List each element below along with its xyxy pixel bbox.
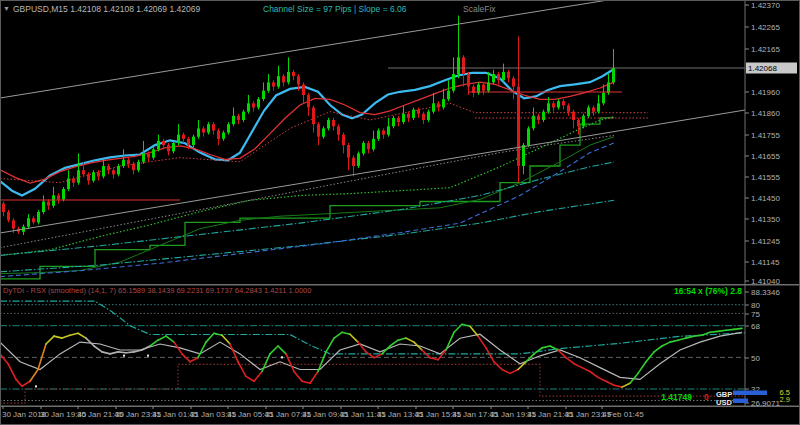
rsx-line-segment bbox=[710, 331, 718, 332]
rsx-line-segment bbox=[118, 352, 126, 353]
candle-body bbox=[337, 126, 340, 134]
candle-body bbox=[82, 170, 85, 174]
candle-body bbox=[202, 128, 205, 132]
price-axis-label: 1.41350 bbox=[751, 215, 780, 224]
candle-body bbox=[372, 139, 375, 150]
candle-body bbox=[547, 103, 550, 111]
candle-body bbox=[32, 218, 35, 222]
rsx-line-segment bbox=[126, 352, 134, 353]
candle-body bbox=[47, 202, 50, 206]
candle-body bbox=[297, 76, 300, 84]
candle-body bbox=[162, 141, 165, 145]
candle-body bbox=[57, 195, 60, 199]
candle-body bbox=[442, 99, 445, 107]
candle-body bbox=[397, 118, 400, 122]
gbp-strength-bar bbox=[733, 391, 767, 396]
channel-info-label: Channel Size = 97 Pips | Slope = 6.06 bbox=[263, 4, 407, 14]
usd-label: USD bbox=[716, 398, 732, 407]
candle-body bbox=[317, 124, 320, 137]
candle-body bbox=[347, 145, 350, 158]
candle-body bbox=[72, 179, 75, 183]
candle-body bbox=[502, 72, 505, 80]
candle-body bbox=[177, 135, 180, 143]
indicator-name-label: DyTDi - RSX (smoothed) (14,1, 7) 65.1589… bbox=[3, 286, 311, 295]
candle-body bbox=[612, 68, 615, 82]
bid-price-tag: 1.42068 bbox=[746, 63, 797, 74]
last-price-value: 1.41749 bbox=[661, 392, 692, 402]
price-axis-label: 1.41860 bbox=[751, 109, 780, 118]
candle-body bbox=[2, 204, 5, 212]
price-axis-label: 1.41245 bbox=[751, 237, 780, 246]
candle-body bbox=[582, 116, 585, 127]
candle-body bbox=[182, 135, 185, 139]
candle-body bbox=[357, 153, 360, 166]
mt4-chart-window: 1.423701.422651.421651.419601.418601.417… bbox=[0, 0, 800, 425]
candle-body bbox=[307, 95, 310, 108]
candle-body bbox=[257, 99, 260, 107]
price-axis-label: 1.41145 bbox=[751, 258, 780, 267]
time-axis-divider bbox=[0, 406, 800, 408]
candle-body bbox=[492, 74, 495, 82]
candle-body bbox=[467, 74, 470, 87]
candle-body bbox=[382, 131, 385, 135]
candle-body bbox=[172, 143, 175, 151]
candle-body bbox=[367, 143, 370, 149]
candle-body bbox=[387, 126, 390, 134]
candle-body bbox=[407, 114, 410, 118]
candle-body bbox=[592, 108, 595, 112]
price-axis-label: 1.42265 bbox=[751, 23, 780, 32]
rsx-line-segment bbox=[718, 330, 726, 331]
candle-body bbox=[332, 120, 335, 126]
candle-body bbox=[587, 108, 590, 116]
price-axis-label: 1.41555 bbox=[751, 173, 780, 182]
price-axis-label: 1.42370 bbox=[751, 1, 780, 10]
candle-body bbox=[272, 82, 275, 86]
candle-body bbox=[187, 139, 190, 145]
price-axis-label: 1.41040 bbox=[751, 277, 780, 286]
scalefix-label[interactable]: ScaleFix bbox=[463, 4, 496, 14]
candle-body bbox=[312, 108, 315, 125]
rsx-dot-marker bbox=[35, 385, 37, 387]
chart-canvas: 1.423701.422651.421651.419601.418601.417… bbox=[0, 0, 800, 425]
indicator-axis-label: 26.9071 bbox=[751, 399, 780, 408]
candle-body bbox=[462, 57, 465, 74]
candle-body bbox=[132, 164, 135, 170]
candle-body bbox=[222, 133, 225, 139]
candle-body bbox=[517, 87, 520, 166]
candle-body bbox=[137, 162, 140, 170]
candle-body bbox=[87, 174, 90, 180]
candle-body bbox=[117, 166, 120, 174]
candle-body bbox=[557, 101, 560, 107]
candle-body bbox=[542, 112, 545, 120]
price-axis-label: 1.41450 bbox=[751, 194, 780, 203]
indicator-axis-label: 50 bbox=[751, 354, 760, 363]
orders-count: 0 bbox=[704, 392, 709, 402]
indicator-stat-label: 16:54 x (76%) 2.8 bbox=[674, 286, 742, 296]
symbol-dropdown-arrow[interactable]: ▼ bbox=[3, 5, 10, 12]
candle-body bbox=[142, 153, 145, 161]
indicator-axis-label: 88.3346 bbox=[751, 288, 780, 297]
candle-body bbox=[527, 128, 530, 145]
candle-body bbox=[552, 103, 555, 107]
candle-body bbox=[237, 116, 240, 120]
candle-body bbox=[92, 172, 95, 180]
candle-body bbox=[242, 112, 245, 120]
candle-body bbox=[577, 120, 580, 126]
candle-body bbox=[27, 218, 30, 226]
candle-body bbox=[252, 103, 255, 107]
time-axis-label: 1 Feb 01:45 bbox=[601, 410, 644, 419]
candle-body bbox=[362, 143, 365, 154]
price-axis-label: 1.41960 bbox=[751, 88, 780, 97]
price-axis-label: 1.41655 bbox=[751, 152, 780, 161]
candle-body bbox=[597, 103, 600, 111]
candle-body bbox=[247, 103, 250, 111]
candle-body bbox=[512, 78, 515, 86]
indicator-plot[interactable] bbox=[0, 286, 745, 405]
candle-body bbox=[112, 170, 115, 174]
candle-body bbox=[97, 172, 100, 176]
candle-body bbox=[482, 85, 485, 91]
candle-body bbox=[207, 124, 210, 132]
indicator-axis-label: 75 bbox=[751, 310, 760, 319]
candle-body bbox=[107, 166, 110, 170]
candle-body bbox=[437, 103, 440, 107]
